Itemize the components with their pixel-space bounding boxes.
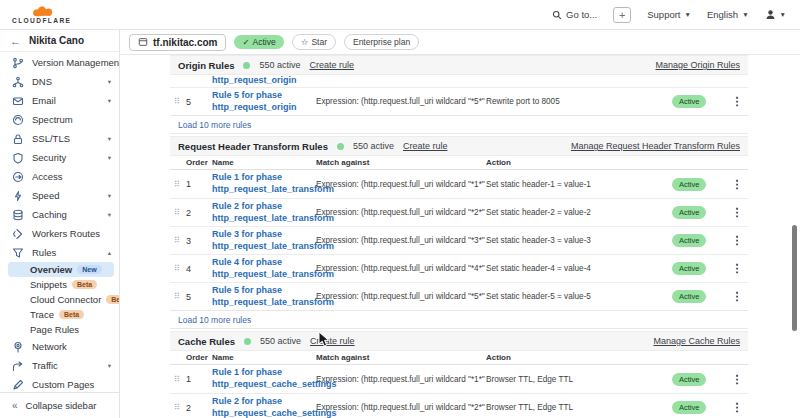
user-menu[interactable]: ▼: [765, 9, 786, 20]
status-badge: Active: [672, 178, 706, 191]
sidebar-item-rules-snippets[interactable]: Snippets Beta: [8, 277, 114, 292]
rule-name-link[interactable]: Rule 2 for phase http_request_late_trans…: [212, 201, 316, 224]
drag-handle-icon[interactable]: ⠿: [174, 180, 186, 189]
rule-name-link[interactable]: Rule 5 for phase http_request_origin: [212, 90, 316, 113]
section-title: Request Header Transform Rules: [178, 141, 328, 152]
sidebar-item-spectrum[interactable]: Spectrum: [0, 110, 119, 129]
star-button[interactable]: ☆ Star: [292, 34, 336, 50]
rule-order: 5: [186, 97, 212, 107]
sidebar-item-workers-routes[interactable]: Workers Routes: [0, 224, 119, 243]
kebab-menu-icon[interactable]: ⋮: [726, 262, 748, 275]
bolt-icon: [12, 190, 24, 202]
support-menu[interactable]: Support ▼: [647, 9, 691, 20]
manage-origin-rules-link[interactable]: Manage Origin Rules: [655, 60, 740, 70]
sidebar-item-caching[interactable]: Caching ▾: [0, 205, 119, 224]
sidebar-item-ssl-tls[interactable]: SSL/TLS ▾: [0, 129, 119, 148]
column-order: Order: [186, 158, 212, 167]
domain-selector[interactable]: tf.nikitac.com: [129, 34, 226, 51]
drag-handle-icon[interactable]: ⠿: [174, 292, 186, 301]
sidebar-item-custom-pages[interactable]: Custom Pages: [0, 375, 119, 392]
sidebar-item-speed[interactable]: Speed ▾: [0, 186, 119, 205]
load-more-rules-link[interactable]: Load 10 more rules: [170, 115, 748, 133]
create-rule-link[interactable]: Create rule: [403, 141, 448, 151]
language-menu[interactable]: English ▼: [707, 9, 749, 20]
column-match-against: Match against: [316, 158, 486, 167]
kebab-menu-icon[interactable]: ⋮: [726, 234, 748, 247]
rule-expression: Expression: (http.request.full_uri wildc…: [316, 236, 486, 245]
manage-request-header-transform-rules-link[interactable]: Manage Request Header Transform Rules: [571, 141, 740, 151]
email-icon: [12, 95, 24, 107]
kebab-menu-icon[interactable]: ⋮: [726, 206, 748, 219]
rule-action: Set static header-5 = value-5: [486, 292, 672, 301]
active-count: 550 active: [259, 60, 300, 70]
sidebar-item-access[interactable]: Access: [0, 167, 119, 186]
lock-icon: [12, 133, 24, 145]
column-name: Name: [212, 353, 316, 362]
kebab-menu-icon[interactable]: ⋮: [726, 401, 748, 414]
status-badge: Active: [672, 95, 706, 108]
manage-cache-rules-link[interactable]: Manage Cache Rules: [653, 336, 740, 346]
status-badge: Active: [672, 234, 706, 247]
dns-icon: [12, 76, 24, 88]
rule-name-link[interactable]: Rule 4 for phase http_request_late_trans…: [212, 257, 316, 280]
rule-name-line2: http_request_origin: [212, 102, 297, 112]
user-icon: [765, 9, 776, 20]
column-name: Name: [212, 158, 316, 167]
search-icon: [552, 10, 562, 20]
rule-action: Set static header-1 = value-1: [486, 180, 672, 189]
kebab-menu-icon[interactable]: ⋮: [726, 178, 748, 191]
sidebar-item-version-management[interactable]: Version Management: [0, 53, 119, 72]
sidebar-item-rules-overview[interactable]: Overview New: [8, 262, 114, 277]
status-badge: Active: [672, 373, 706, 386]
sidebar-item-email[interactable]: Email ▾: [0, 91, 119, 110]
kebab-menu-icon[interactable]: ⋮: [726, 95, 748, 108]
rule-action: Set static header-3 = value-3: [486, 236, 672, 245]
sidebar-item-rules-page-rules[interactable]: Page Rules: [8, 322, 114, 337]
rule-expression: Expression: (http.request.full_uri wildc…: [316, 180, 486, 189]
drag-handle-icon[interactable]: ⠿: [174, 208, 186, 217]
create-rule-link[interactable]: Create rule: [310, 336, 355, 346]
rule-name-link[interactable]: Rule 1 for phase http_request_cache_sett…: [212, 367, 316, 390]
sidebar-item-traffic[interactable]: Traffic ▾: [0, 356, 119, 375]
drag-handle-icon[interactable]: ⠿: [174, 403, 186, 412]
rule-name-link[interactable]: Rule 2 for phase http_request_cache_sett…: [212, 396, 316, 418]
cloudflare-logo[interactable]: CLOUDFLARE: [12, 4, 71, 25]
back-arrow-icon[interactable]: ←: [10, 35, 21, 47]
section-cache-rules: Cache Rules 550 active Create rule Manag…: [170, 331, 748, 418]
sidebar-item-rules-trace[interactable]: Trace Beta: [8, 307, 114, 322]
table-row: ⠿ 2 Rule 2 for phase http_request_cache_…: [170, 393, 748, 418]
chevron-down-icon: ▼: [742, 11, 748, 18]
sidebar-item-dns[interactable]: DNS ▾: [0, 72, 119, 91]
rule-name-link[interactable]: Rule 3 for phase http_request_late_trans…: [212, 229, 316, 252]
goto-search[interactable]: Go to...: [552, 9, 597, 20]
drag-handle-icon[interactable]: ⠿: [174, 264, 186, 273]
create-rule-link[interactable]: Create rule: [310, 60, 355, 70]
rule-expression: Expression: (http.request.full_uri wildc…: [316, 403, 486, 412]
rule-action: Set static header-2 = value-2: [486, 208, 672, 217]
collapse-sidebar-button[interactable]: « Collapse sidebar: [0, 392, 119, 418]
section-title: Cache Rules: [178, 336, 235, 347]
beta-badge: Beta: [106, 295, 119, 304]
load-more-rules-link[interactable]: Load 10 more rules: [170, 310, 748, 328]
sidebar-item-security[interactable]: Security ▾: [0, 148, 119, 167]
sidebar-item-rules-cloud-connector[interactable]: Cloud Connector Beta: [8, 292, 114, 307]
sidebar-item-rules[interactable]: Rules ▴: [0, 243, 119, 262]
add-button[interactable]: +: [613, 7, 631, 23]
drag-handle-icon[interactable]: ⠿: [174, 97, 186, 106]
kebab-menu-icon[interactable]: ⋮: [726, 290, 748, 303]
database-icon: [12, 209, 24, 221]
vertical-scrollbar-thumb[interactable]: [792, 225, 797, 331]
table-row: ⠿ 1 Rule 1 for phase http_request_late_t…: [170, 170, 748, 198]
kebab-menu-icon[interactable]: ⋮: [726, 373, 748, 386]
drag-handle-icon[interactable]: ⠿: [174, 375, 186, 384]
rule-name-link[interactable]: Rule 5 for phase http_request_late_trans…: [212, 285, 316, 308]
sidebar-item-network[interactable]: Network: [0, 337, 119, 356]
domain-bar: tf.nikitac.com ✓ Active ☆ Star Enterpris…: [120, 30, 800, 55]
drag-handle-icon[interactable]: ⠿: [174, 236, 186, 245]
rule-name-line2[interactable]: http_request_origin: [212, 75, 748, 87]
active-count: 550 active: [353, 141, 394, 151]
rule-name-link[interactable]: Rule 1 for phase http_request_late_trans…: [212, 172, 316, 195]
table-row: ⠿ 2 Rule 2 for phase http_request_late_t…: [170, 198, 748, 226]
version-management-icon: [12, 57, 24, 69]
account-header[interactable]: ← Nikita Cano: [0, 30, 119, 52]
